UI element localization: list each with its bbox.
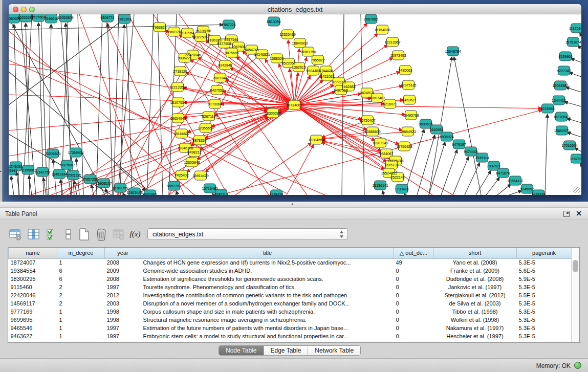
table-cell[interactable]: 2008 (105, 258, 141, 267)
table-cell[interactable]: 2 (57, 299, 105, 308)
table-cell[interactable]: Jankovic et al. (1997) (433, 283, 517, 291)
network-edge[interactable] (575, 148, 581, 151)
table-cell[interactable]: Disruption of a novel member of a sodium… (141, 299, 394, 308)
table-cell[interactable]: 0 (394, 299, 433, 308)
table-cell[interactable]: Franke et al. (2009) (433, 267, 517, 275)
table-row[interactable]: 946554611997Estimation of the future num… (9, 324, 572, 332)
table-cell[interactable]: 5.9E-5 (517, 275, 572, 283)
table-cell[interactable]: 9777169 (9, 308, 57, 316)
network-edge[interactable] (123, 193, 124, 195)
table-cell[interactable]: 6 (57, 275, 105, 283)
table-cell[interactable]: Nakamura et al. (1997) (433, 324, 517, 332)
network-edge[interactable] (465, 163, 480, 195)
column-header-year[interactable]: year (105, 248, 141, 258)
table-cell[interactable]: Wolkin et al. (1998) (433, 316, 517, 324)
network-edge[interactable] (486, 178, 499, 195)
table-cell[interactable]: Embryonic stem cells: a model to study s… (141, 332, 394, 340)
network-edge[interactable] (226, 80, 294, 105)
network-edge[interactable] (441, 150, 457, 195)
table-row[interactable]: 2242004622012Investigating the contribut… (9, 291, 572, 299)
tab-edge-table[interactable]: Edge Table (264, 346, 308, 355)
network-edge[interactable] (217, 90, 267, 111)
network-edge[interactable] (126, 14, 132, 195)
table-cell[interactable]: 1 (57, 258, 105, 267)
table-cell[interactable]: Estimation of the future numbers of pati… (141, 324, 394, 332)
table-cell[interactable]: 1998 (105, 316, 141, 324)
table-cell[interactable]: 1 (57, 324, 105, 332)
network-edge[interactable] (213, 194, 213, 195)
float-panel-icon[interactable] (563, 211, 570, 217)
column-header-short[interactable]: short (433, 248, 517, 258)
table-cell[interactable]: 1997 (105, 332, 141, 340)
network-edge[interactable] (96, 14, 102, 195)
network-edge[interactable] (235, 143, 311, 195)
network-edge[interactable] (382, 191, 384, 195)
network-edge[interactable] (567, 119, 581, 123)
tab-network-table[interactable]: Network Table (308, 346, 360, 355)
network-edge[interactable] (16, 172, 19, 195)
control-panel-edge[interactable]: ▸ (0, 0, 3, 202)
table-cell[interactable]: 0 (394, 291, 433, 299)
table-cell[interactable]: 9465546 (9, 324, 57, 332)
table-row[interactable]: 946362711997Embryonic stem cells: a mode… (9, 332, 572, 340)
table-cell[interactable]: 0 (394, 324, 433, 332)
node-table[interactable]: namein_degreeyeartitle△ out_de...shortpa… (8, 247, 580, 343)
network-edge[interactable] (176, 191, 178, 195)
window-resize-grip[interactable] (573, 187, 580, 193)
table-cell[interactable]: 0 (394, 332, 433, 340)
table-cell[interactable]: Investigating the contribution of common… (141, 291, 394, 299)
network-edge[interactable] (288, 40, 294, 105)
network-window-titlebar[interactable]: citations_edges.txt (9, 4, 581, 14)
network-edge[interactable] (49, 25, 51, 195)
network-window[interactable]: citations_edges.txt 18724007183002957963… (9, 4, 581, 195)
network-edge[interactable] (497, 184, 511, 195)
network-edge[interactable] (580, 164, 581, 165)
table-cell[interactable]: 5.3E-5 (517, 324, 572, 332)
table-cell[interactable]: Yano et al. (2008) (433, 258, 517, 267)
table-cell[interactable]: 5.3E-5 (517, 283, 572, 291)
network-edge[interactable] (545, 115, 548, 195)
network-table-select[interactable]: citations_edges.txt (147, 228, 348, 240)
table-cell[interactable]: 1998 (105, 308, 141, 316)
panel-expand-arrow[interactable]: ▸ (0, 169, 2, 173)
table-cell[interactable]: 22420046 (9, 291, 57, 299)
network-edge[interactable] (580, 33, 581, 36)
table-cell[interactable]: 5.5E-5 (517, 291, 572, 299)
column-header-title[interactable]: title (141, 248, 394, 258)
table-scrollbar-thumb[interactable] (573, 260, 578, 272)
table-cell[interactable]: 5.6E-5 (517, 267, 572, 275)
table-cell[interactable]: 14569117 (9, 299, 57, 308)
network-edge[interactable] (405, 194, 405, 195)
delete-icon[interactable] (94, 227, 108, 242)
table-row[interactable]: 977716911998Corpus callosum shape and si… (9, 308, 572, 316)
table-cell[interactable]: Stergiakouli et al. (2012) (433, 291, 517, 299)
network-edge[interactable] (74, 181, 77, 195)
table-cell[interactable]: 1 (57, 316, 105, 324)
import-table-icon[interactable] (112, 227, 126, 242)
table-settings-icon[interactable] (8, 227, 23, 242)
table-cell[interactable]: 2008 (105, 275, 141, 283)
table-cell[interactable]: 9463627 (9, 332, 57, 340)
table-row[interactable]: 1456911722003Disruption of a novel membe… (9, 299, 572, 308)
close-panel-icon[interactable]: ✕ (576, 209, 582, 217)
table-cell[interactable]: 5.3E-5 (517, 299, 572, 308)
network-edge[interactable] (43, 178, 46, 195)
table-cell[interactable]: 18724007 (9, 258, 57, 267)
table-cell[interactable]: 1997 (105, 324, 141, 332)
network-canvas[interactable]: 1872400718300295796382289601288912954152… (9, 14, 581, 195)
table-cell[interactable]: 6 (57, 267, 105, 275)
new-document-icon[interactable] (77, 227, 91, 242)
table-cell[interactable]: 0 (394, 283, 433, 291)
table-cell[interactable]: 9699695 (9, 316, 57, 324)
column-header-out_de[interactable]: △ out_de... (394, 248, 433, 258)
table-cell[interactable]: 9115460 (9, 283, 57, 291)
table-cell[interactable]: 5.3E-5 (517, 332, 572, 340)
network-edge[interactable] (509, 191, 521, 195)
memory-status-icon[interactable] (574, 362, 581, 369)
table-cell[interactable]: 0 (394, 316, 433, 324)
table-cell[interactable]: Dudbridge et al. (2008) (433, 275, 517, 283)
table-cell[interactable]: 1997 (105, 283, 141, 291)
network-edge[interactable] (476, 171, 491, 195)
table-cell[interactable]: Corpus callosum shape and size in male p… (141, 308, 394, 316)
network-edge[interactable] (565, 102, 581, 106)
